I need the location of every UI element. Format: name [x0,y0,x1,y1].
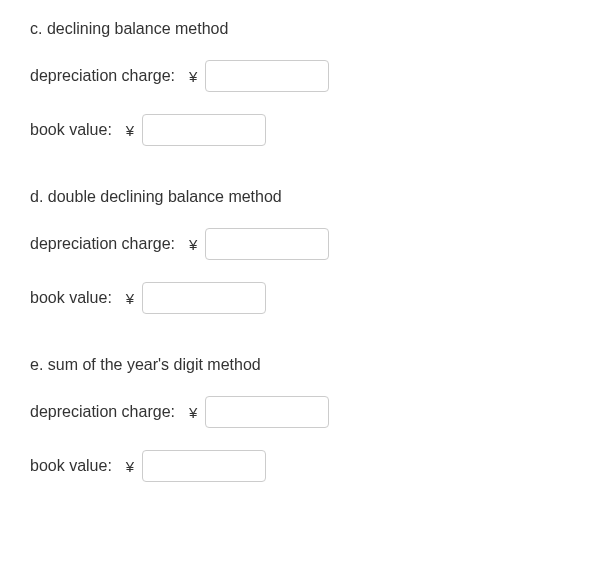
currency-symbol: ¥ [126,290,134,307]
book-value-input[interactable] [142,114,266,146]
currency-symbol: ¥ [189,68,197,85]
field-label: book value: [30,121,112,139]
field-book-value: book value: ¥ [30,282,582,314]
field-label: depreciation charge: [30,235,175,253]
field-depreciation-charge: depreciation charge: ¥ [30,60,582,92]
field-depreciation-charge: depreciation charge: ¥ [30,396,582,428]
currency-symbol: ¥ [189,404,197,421]
section-double-declining-balance: d. double declining balance method depre… [30,188,582,314]
section-title: c. declining balance method [30,20,582,38]
section-sum-of-years-digit: e. sum of the year's digit method deprec… [30,356,582,482]
field-label: book value: [30,289,112,307]
currency-symbol: ¥ [126,458,134,475]
currency-symbol: ¥ [189,236,197,253]
field-depreciation-charge: depreciation charge: ¥ [30,228,582,260]
depreciation-charge-input[interactable] [205,228,329,260]
book-value-input[interactable] [142,450,266,482]
field-label: depreciation charge: [30,403,175,421]
section-title: d. double declining balance method [30,188,582,206]
section-title: e. sum of the year's digit method [30,356,582,374]
field-book-value: book value: ¥ [30,450,582,482]
section-declining-balance: c. declining balance method depreciation… [30,20,582,146]
book-value-input[interactable] [142,282,266,314]
form-page: c. declining balance method depreciation… [0,0,612,554]
field-label: book value: [30,457,112,475]
currency-symbol: ¥ [126,122,134,139]
field-book-value: book value: ¥ [30,114,582,146]
depreciation-charge-input[interactable] [205,396,329,428]
depreciation-charge-input[interactable] [205,60,329,92]
field-label: depreciation charge: [30,67,175,85]
